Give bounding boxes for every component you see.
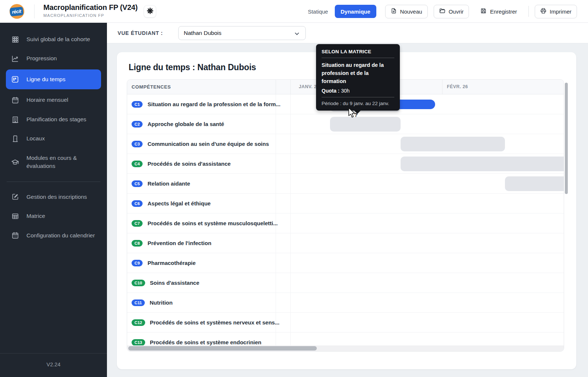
matrix-period-bar[interactable] bbox=[330, 117, 401, 132]
timeline-table: COMPÉTENCES JANV. 26FÉVR. 26 C1 Situatio… bbox=[127, 79, 564, 352]
sidebar-item-planification-des-stages[interactable]: Planification des stages bbox=[6, 111, 101, 128]
open-button[interactable]: Ouvrir bbox=[434, 5, 469, 18]
gear-icon bbox=[147, 7, 154, 16]
mode-statique-button[interactable]: Statique bbox=[307, 8, 329, 15]
competency-label: Procédés de soins et systèmes nerveux et… bbox=[150, 319, 280, 326]
table-body: C1 Situation au regard de la profession … bbox=[127, 94, 564, 346]
table-row[interactable]: C11 Nutrition bbox=[127, 293, 564, 313]
timeline-cell bbox=[291, 114, 564, 134]
matrix-period-bar[interactable] bbox=[401, 157, 564, 171]
sidebar-item-label: Modules en cours & évaluations bbox=[26, 154, 97, 170]
tooltip-period: Période : du 9 janv. au 22 janv. bbox=[322, 101, 394, 106]
sidebar-nav: Suivi global de la cohorte Progression L… bbox=[0, 23, 107, 246]
timeline-cell bbox=[291, 233, 564, 253]
timeline-cell bbox=[291, 313, 564, 332]
sidebar-item-label: Configuration du calendrier bbox=[26, 231, 95, 240]
sidebar-divider bbox=[7, 182, 100, 182]
print-button[interactable]: Imprimer bbox=[535, 5, 577, 18]
competency-label: Procédés de soins d'assistance bbox=[147, 161, 230, 167]
sidebar: Suivi global de la cohorte Progression L… bbox=[0, 23, 107, 377]
page-title: Ligne du temps : Nathan Dubois bbox=[129, 62, 256, 72]
competency-label: Soins d'assistance bbox=[150, 280, 199, 286]
divider bbox=[34, 4, 35, 18]
competency-label: Procédés de soins et système musculosque… bbox=[147, 220, 277, 226]
competency-badge: C8 bbox=[132, 240, 143, 247]
competency-label: Approche globale de la santé bbox=[147, 121, 224, 127]
gutter-column bbox=[276, 80, 291, 94]
competency-badge: C6 bbox=[132, 200, 143, 207]
sidebar-item-ligne-du-temps[interactable]: Ligne du temps bbox=[6, 69, 101, 89]
competency-label: Pharmacothérapie bbox=[147, 260, 196, 266]
sidebar-item-modules-en-cours-valuations[interactable]: Modules en cours & évaluations bbox=[6, 150, 101, 175]
sidebar-item-label: Locaux bbox=[26, 134, 45, 143]
save-button[interactable]: Enregistrer bbox=[475, 5, 522, 18]
competency-badge: C2 bbox=[132, 121, 143, 128]
table-row[interactable]: C5 Relation aidante bbox=[127, 174, 564, 194]
competency-badge: C10 bbox=[132, 280, 145, 286]
top-bar: récit Macroplanification FP (V24) MACROP… bbox=[0, 0, 588, 23]
sidebar-item-label: Planification des stages bbox=[26, 115, 86, 123]
competency-badge: C3 bbox=[132, 141, 143, 147]
sidebar-item-horaire-mensuel[interactable]: Horaire mensuel bbox=[6, 91, 101, 108]
competency-label: Procédés de soins et système endocrinien bbox=[150, 339, 261, 345]
table-row[interactable]: C2 Approche globale de la santé bbox=[127, 114, 564, 134]
print-button-label: Imprimer bbox=[550, 8, 571, 15]
tooltip-quota-value: 30h bbox=[341, 88, 349, 94]
app-title: Macroplanification FP (V24) bbox=[43, 3, 138, 12]
table-row[interactable]: C8 Prévention de l'infection bbox=[127, 233, 564, 253]
settings-button[interactable] bbox=[144, 5, 156, 18]
divider bbox=[528, 6, 529, 17]
sidebar-item-label: Progression bbox=[26, 54, 57, 62]
table-row[interactable]: C12 Procédés de soins et systèmes nerveu… bbox=[127, 313, 564, 333]
competency-badge: C1 bbox=[132, 101, 143, 108]
competency-label: Situation au regard de la profession et … bbox=[147, 101, 280, 107]
table-row[interactable]: C4 Procédés de soins d'assistance bbox=[127, 154, 564, 174]
folder-icon bbox=[439, 8, 445, 15]
graduation-cap-icon bbox=[11, 158, 19, 166]
horizontal-scrollbar-thumb[interactable] bbox=[128, 346, 317, 351]
sidebar-item-configuration-du-calendrier[interactable]: Configuration du calendrier bbox=[6, 227, 101, 244]
matrix-period-bar[interactable] bbox=[505, 176, 564, 191]
grid-icon bbox=[11, 36, 19, 43]
divider bbox=[322, 58, 394, 58]
app-subtitle: MACROPLANIFICATION FP bbox=[43, 13, 138, 18]
mode-dynamique-button[interactable]: Dynamique bbox=[335, 5, 376, 18]
sidebar-item-suivi-global-de-la-cohorte[interactable]: Suivi global de la cohorte bbox=[6, 31, 101, 48]
printer-icon bbox=[540, 8, 546, 15]
matrix-period-bar[interactable] bbox=[401, 137, 505, 151]
sidebar-item-locaux[interactable]: Locaux bbox=[6, 130, 101, 147]
table-row[interactable]: C13 Procédés de soins et système endocri… bbox=[127, 333, 564, 346]
student-view-label: VUE ÉTUDIANT : bbox=[118, 30, 163, 36]
competency-badge: C12 bbox=[132, 319, 145, 326]
calendar-icon bbox=[11, 96, 19, 104]
month-gridline bbox=[442, 80, 442, 94]
building-icon bbox=[11, 116, 19, 123]
sidebar-item-matrice[interactable]: Matrice bbox=[6, 208, 101, 225]
table-row[interactable]: C9 Pharmacothérapie bbox=[127, 253, 564, 273]
competency-label: Relation aidante bbox=[147, 180, 190, 187]
sidebar-item-progression[interactable]: Progression bbox=[6, 50, 101, 67]
logo-inner: récit bbox=[10, 7, 24, 17]
timeline-cell bbox=[291, 213, 564, 233]
table-row[interactable]: C3 Communication au sein d'une équipe de… bbox=[127, 134, 564, 154]
new-button-label: Nouveau bbox=[400, 8, 422, 15]
vertical-scrollbar-thumb[interactable] bbox=[565, 83, 568, 194]
table-row[interactable]: C6 Aspects légal et éthique bbox=[127, 194, 564, 213]
table-row[interactable]: C10 Soins d'assistance bbox=[127, 273, 564, 293]
sidebar-item-label: Suivi global de la cohorte bbox=[26, 35, 90, 43]
table-row[interactable]: C7 Procédés de soins et système musculos… bbox=[127, 213, 564, 233]
competency-label: Prévention de l'infection bbox=[147, 240, 211, 246]
new-button[interactable]: Nouveau bbox=[385, 5, 428, 18]
tooltip-quota-label: Quota : bbox=[322, 88, 340, 94]
month-header-label: FÉVR. 26 bbox=[447, 84, 468, 89]
edit-icon bbox=[11, 193, 19, 201]
competency-badge: C9 bbox=[132, 260, 143, 266]
table-icon bbox=[11, 212, 19, 220]
app-version: V2.24 bbox=[0, 353, 107, 377]
student-select[interactable]: Nathan Dubois bbox=[178, 26, 306, 40]
file-plus-icon bbox=[391, 8, 397, 15]
divider bbox=[322, 97, 394, 97]
horizontal-scrollbar-track[interactable] bbox=[127, 345, 564, 351]
sidebar-item-gestion-des-inscriptions[interactable]: Gestion des inscriptions bbox=[6, 188, 101, 205]
timeline-cell bbox=[291, 273, 564, 292]
